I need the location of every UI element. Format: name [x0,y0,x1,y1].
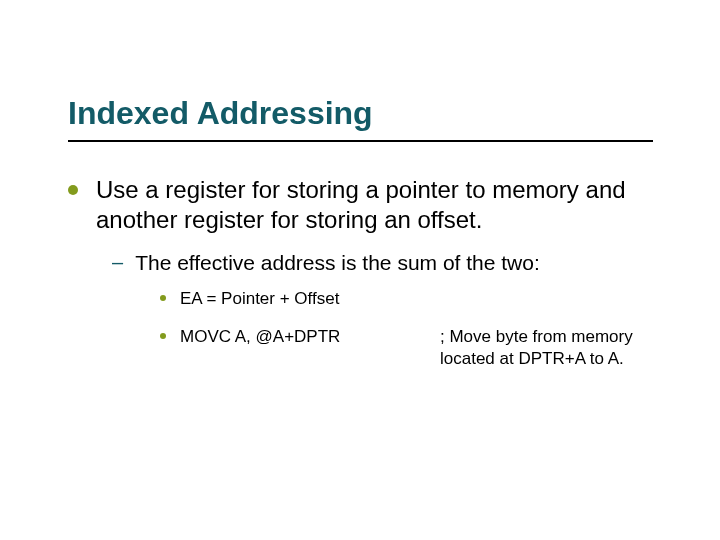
bullet-dot-icon [160,333,166,339]
bullet-level3-example: MOVC A, @A+DPTR ; Move byte from memory … [160,326,658,370]
bullet-level2: – The effective address is the sum of th… [112,249,658,276]
slide: Indexed Addressing Use a register for st… [0,0,720,540]
bullet-dot-icon [160,295,166,301]
bullet-level3-formula: EA = Pointer + Offset [160,288,658,310]
bullet-level1: Use a register for storing a pointer to … [68,175,658,235]
dash-icon: – [112,249,123,275]
bullet-level2-text: The effective address is the sum of the … [135,249,540,276]
slide-title: Indexed Addressing [68,95,373,132]
bullet-level3-formula-text: EA = Pointer + Offset [180,288,339,310]
bullet-dot-icon [68,185,78,195]
bullet-level3-example-text: MOVC A, @A+DPTR ; Move byte from memory … [180,326,655,370]
example-comment: ; Move byte from memory located at DPTR+… [440,326,655,370]
bullet-level1-text: Use a register for storing a pointer to … [96,175,658,235]
slide-body: Use a register for storing a pointer to … [68,175,658,387]
title-underline [68,140,653,142]
example-instruction: MOVC A, @A+DPTR [180,326,440,370]
